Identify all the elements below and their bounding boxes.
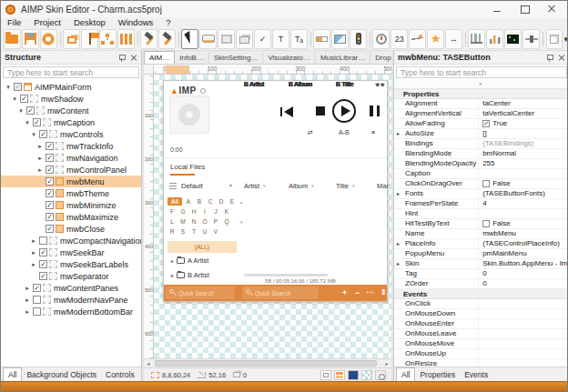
checkbox[interactable] [482, 180, 490, 187]
expand-arrow-icon[interactable]: ▸ [36, 143, 44, 150]
checkbox[interactable]: ✓ [482, 120, 490, 127]
PopupMenu[interactable]: PopupMenu pmMainMenu [394, 249, 568, 259]
close-icon[interactable] [545, 4, 560, 15]
AlignmentVertical[interactable]: AlignmentVertical taVerticalCenter [394, 109, 568, 119]
tree-item[interactable]: ▾ ✓ mwShadow [1, 93, 141, 105]
background-color-picker[interactable] [348, 370, 359, 380]
label-tool[interactable]: T [272, 29, 289, 49]
flag-button[interactable] [81, 29, 98, 49]
gauge-tool[interactable] [372, 29, 390, 49]
Hint[interactable]: Hint [394, 209, 568, 219]
properties-tab[interactable]: Events [460, 368, 492, 381]
tree-item[interactable]: ▾ ✓ AIMPMainForm [1, 81, 141, 93]
image-tool[interactable] [331, 29, 349, 49]
trackbar-tool[interactable] [522, 29, 540, 49]
OnMouseMove[interactable]: OnMouseMove [394, 339, 568, 349]
tree-item[interactable]: ▾ ✓ mwCaption [1, 116, 141, 128]
OnMouseLeave[interactable]: OnMouseLeave [394, 329, 568, 339]
counter-tool[interactable]: 23 [390, 29, 408, 49]
polygon-tool[interactable]: ★ [427, 29, 444, 49]
menu-file[interactable]: File [1, 17, 27, 27]
menu-help[interactable]: ? [159, 17, 177, 27]
OnMouseEnter[interactable]: OnMouseEnter [394, 319, 568, 329]
tree-item[interactable]: ▸ ✓ mwControlPanel [1, 164, 141, 176]
tree-item[interactable]: ▸ mwCompactNavigationHost [1, 235, 141, 246]
AutoSize[interactable]: ▸AutoSize [] [394, 129, 568, 139]
visibility-checkbox[interactable]: ✓ [46, 166, 54, 174]
visibility-checkbox[interactable]: ✓ [46, 177, 54, 186]
tree-item[interactable]: ✓ mwbMaximize [1, 211, 141, 223]
visibility-checkbox[interactable]: ✓ [39, 260, 47, 268]
tree-item[interactable]: ▸ ✓ mwNavigation [1, 152, 141, 164]
events-section-header[interactable]: Events [394, 289, 568, 299]
structure-tab[interactable]: Background Objects [22, 368, 101, 381]
visibility-checkbox[interactable]: ✓ [46, 154, 54, 162]
designer-tab[interactable]: MusicLibrar… [316, 52, 370, 64]
PlaceInfo[interactable]: ▸PlaceInfo (TASEControlPlaceInfo) [394, 239, 568, 249]
designer-tab[interactable]: Drop… [370, 52, 391, 64]
matrix-display-tool[interactable] [504, 29, 522, 49]
pin-icon[interactable] [546, 55, 553, 61]
build-all-button[interactable] [158, 29, 176, 49]
checkbox-tool[interactable]: ✓ [254, 29, 271, 49]
designer-tab[interactable]: InfoB… [175, 52, 209, 64]
checkerboard-toggle[interactable] [361, 370, 372, 380]
OnClick[interactable]: OnClick [394, 299, 568, 309]
properties-tab[interactable]: Properties [415, 368, 460, 381]
tree-item[interactable]: ▾ ✓ mwContent [1, 105, 141, 116]
curve-tool[interactable] [409, 29, 426, 49]
options-button[interactable] [40, 29, 57, 49]
transparent-bg-toggle[interactable] [320, 370, 331, 380]
build-button[interactable] [140, 29, 157, 49]
canvas-hscrollbar[interactable]: ◂ ▸ [144, 358, 391, 367]
text-tool[interactable]: Tₐ [290, 29, 308, 49]
tree-item[interactable]: ✓ mwbClose [1, 223, 141, 235]
scroll-right-icon[interactable]: ▸ [382, 360, 391, 367]
expand-arrow-icon[interactable]: ▾ [30, 131, 37, 138]
designer-tab[interactable]: SkinSetting… [209, 52, 263, 64]
visibility-checkbox[interactable]: ✓ [20, 95, 28, 103]
spectrum-tool[interactable] [486, 29, 503, 49]
hierarchy-button[interactable] [99, 29, 117, 49]
scrollbar-thumb[interactable] [155, 360, 377, 367]
structure-search-input[interactable] [3, 66, 139, 78]
expand-arrow-icon[interactable]: ▸ [30, 237, 37, 245]
close-icon[interactable] [558, 54, 565, 61]
scroll-left-icon[interactable]: ◂ [144, 360, 153, 367]
OnMouseDown[interactable]: OnMouseDown [394, 309, 568, 319]
tree-item[interactable]: ▸ mwModernBottomBar [1, 306, 141, 317]
tree-item[interactable]: ▸ ✓ mwContentPanes [1, 282, 141, 294]
screenshot-button[interactable] [375, 370, 386, 380]
open-project-button[interactable] [4, 29, 21, 49]
expand-arrow-icon[interactable]: ▸ [30, 261, 37, 268]
expand-arrow-icon[interactable]: ▾ [24, 119, 31, 126]
properties-section-header[interactable]: Properties [394, 89, 568, 99]
visibility-checkbox[interactable]: ✓ [39, 272, 47, 280]
Tag[interactable]: Tag 0 [394, 269, 568, 279]
switch-tool[interactable] [350, 29, 367, 49]
expand-arrow-icon[interactable]: ▸ [36, 166, 44, 174]
select-tool[interactable] [181, 29, 198, 49]
tree-item[interactable]: ▾ ✓ mwControls [1, 128, 141, 140]
gallery-button[interactable] [117, 29, 135, 49]
tree-item[interactable]: ▸ mwModernNavPane [1, 294, 141, 306]
visibility-checkbox[interactable]: ✓ [46, 213, 54, 221]
visibility-checkbox[interactable] [33, 307, 41, 316]
skin-preview-window[interactable]: ▲IMP ⇄ A-B × 0:00 Local Files Default ▾ [163, 80, 388, 302]
properties-search-input[interactable] [396, 66, 567, 78]
visibility-checkbox[interactable]: ✓ [14, 83, 22, 91]
visibility-checkbox[interactable]: ✓ [46, 225, 54, 233]
minimize-icon[interactable] [491, 4, 505, 15]
toolbar-overflow[interactable]: ▾ [563, 29, 568, 49]
Alignment[interactable]: Alignment taCenter [394, 99, 568, 109]
visibility-checkbox[interactable]: ✓ [39, 248, 47, 256]
tree-item[interactable]: ✓ mwSeparator [1, 270, 141, 282]
button-tool[interactable] [199, 29, 217, 49]
FramesPerState[interactable]: FramesPerState 4 [394, 199, 568, 209]
close-icon[interactable] [130, 54, 137, 61]
expand-arrow-icon[interactable]: ▸ [24, 308, 31, 316]
visibility-checkbox[interactable]: ✓ [46, 201, 54, 209]
ClickOnDragOver[interactable]: ClickOnDragOver False [394, 179, 568, 189]
save-button[interactable] [22, 29, 39, 49]
HitTestByText[interactable]: HitTestByText False [394, 219, 568, 229]
